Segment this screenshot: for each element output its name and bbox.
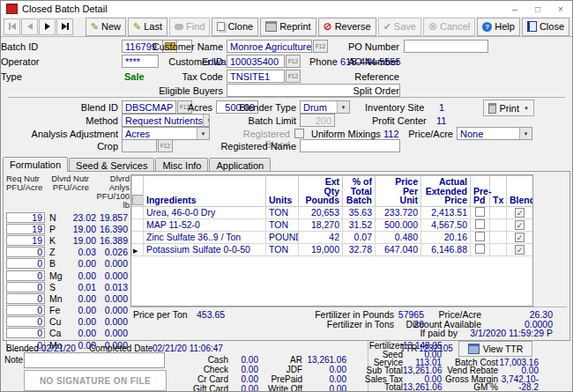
last-button[interactable]: ✎Last <box>128 18 167 36</box>
ingredient-name-cell[interactable]: Urea, 46-0-0 Dry <box>144 206 266 218</box>
qty-column-header[interactable]: ExtQtyPounds <box>299 176 343 207</box>
save-icon: ✔ <box>383 21 391 33</box>
units-cell[interactable]: POUND <box>266 231 299 243</box>
extended-price-cell[interactable]: 2,413.51 <box>421 206 471 218</box>
dlvrd-analysis-value: 16.389 <box>96 235 128 246</box>
reprint-button[interactable]: Reprint <box>260 18 316 36</box>
req-nutrient-field[interactable]: 0 <box>6 247 45 257</box>
nutrient-symbol: Mn <box>45 293 67 304</box>
ingredient-name-cell[interactable]: Zinc Sulfate 36..9 / Ton <box>144 231 266 243</box>
req-nutrient-field[interactable]: 19 <box>6 235 45 246</box>
help-button[interactable]: ?Help <box>477 18 520 36</box>
customer-name-field[interactable]: Monroe Agriculture <box>227 40 312 53</box>
price-column-header[interactable]: PricePerUnit <box>376 176 421 207</box>
prepd-checkbox[interactable] <box>475 207 485 217</box>
dlvrd-nutr-header: Dlvrd Nutr PFU/Acre <box>50 174 89 210</box>
qty-cell[interactable]: 19,000 <box>299 243 343 255</box>
req-nutrient-field[interactable]: 0 <box>6 305 45 315</box>
ingredients-column-header[interactable]: Ingredients <box>144 176 266 207</box>
pct-cell[interactable]: 0.07 <box>343 231 376 243</box>
customer-name-f12-button[interactable]: F12 <box>313 40 328 53</box>
analysis-adjustment-label: Analysis Adjustment <box>1 129 118 139</box>
pct-cell[interactable]: 35.63 <box>343 206 376 218</box>
price-cell[interactable]: 500.000 <box>376 218 421 231</box>
dlvrd-analysis-value: 0.000 <box>96 270 128 281</box>
new-button[interactable]: ✎New <box>86 18 126 36</box>
tx-column-header[interactable]: Tx <box>490 176 507 207</box>
crop-f12-button[interactable]: F12 <box>158 139 173 152</box>
qty-cell[interactable]: 42 <box>299 231 343 243</box>
req-nutrient-field[interactable]: 0 <box>6 282 45 292</box>
nav-next-button[interactable] <box>39 18 56 35</box>
tax-code-field[interactable]: TNSITE1 <box>227 70 285 83</box>
ingredient-name-cell[interactable]: Potassium Sulfate 0-0-50 <box>144 243 266 255</box>
ingredient-row[interactable]: Zinc Sulfate 36..9 / Ton POUND 42 0.07 0… <box>132 231 533 243</box>
pct-cell[interactable]: 31.52 <box>343 218 376 231</box>
help-icon: ? <box>482 22 492 32</box>
signature-box: NO SIGNATURE ON FILE <box>24 370 167 391</box>
pct-cell[interactable]: 32.78 <box>343 243 376 255</box>
minimize-button[interactable]: – <box>503 2 526 17</box>
note-field[interactable] <box>24 352 165 368</box>
tab-formulation[interactable]: Formulation <box>3 157 68 172</box>
pct-column-header[interactable]: % ofTotalBatch <box>343 176 376 207</box>
units-cell[interactable]: TON <box>266 218 299 231</box>
prepd-checkbox[interactable] <box>475 244 485 254</box>
blend-column-header[interactable]: Blend <box>507 176 533 207</box>
req-nutrient-field[interactable]: 0 <box>6 293 45 304</box>
nutrient-rows: 19 N 23.02 19.857 19 P 19.00 16.390 19 K… <box>6 211 130 351</box>
qty-cell[interactable]: 20,653 <box>299 206 343 218</box>
nav-prev-button[interactable] <box>21 18 38 35</box>
nav-last-button[interactable] <box>56 18 73 35</box>
print-button[interactable]: Print▼ <box>483 100 534 116</box>
prepd-checkbox[interactable] <box>475 219 485 229</box>
ingredient-row[interactable]: Urea, 46-0-0 Dry TON 20,653 35.63 233.72… <box>132 206 533 218</box>
qty-cell[interactable]: 18,270 <box>299 218 343 231</box>
maximize-button[interactable]: □ <box>526 2 549 17</box>
nav-first-button[interactable] <box>4 18 20 35</box>
tax-code-f12-button[interactable]: F12 <box>286 70 301 83</box>
method-dropdown[interactable]: Request Nutrients▼ <box>122 114 210 127</box>
prepd-column-header[interactable]: Pre-Pd <box>471 176 490 207</box>
ingredient-name-cell[interactable]: MAP 11-52-0 <box>144 218 266 231</box>
type-label: Type <box>1 71 118 82</box>
req-nutrient-field[interactable]: 0 <box>6 316 45 327</box>
tab-misc-info[interactable]: Misc Info <box>155 158 208 172</box>
units-cell[interactable]: TON <box>266 206 299 218</box>
analysis-adjustment-dropdown[interactable]: Acres▼ <box>122 127 210 140</box>
if-paid-by-value: 3/1/2020 11:59:29 P <box>460 328 553 338</box>
close-button[interactable]: Close <box>522 18 569 36</box>
row-indicator-header[interactable] <box>132 176 144 207</box>
units-column-header[interactable]: Units <box>266 176 299 207</box>
extended-price-cell[interactable]: 4,567.50 <box>421 218 471 231</box>
req-nutrient-field[interactable]: 0 <box>6 270 45 281</box>
extended-price-cell[interactable]: 6,146.88 <box>421 243 471 255</box>
price-cell[interactable]: 0.480 <box>376 231 421 243</box>
tab-seed-services[interactable]: Seed & Services <box>69 158 154 172</box>
registered-name-label: Registered Name <box>220 141 296 152</box>
prepd-checkbox[interactable] <box>475 232 485 241</box>
ingredient-row[interactable]: ▶ Potassium Sulfate 0-0-50 TON 19,000 32… <box>132 243 533 255</box>
req-nutrient-field[interactable]: 0 <box>6 258 45 269</box>
tab-application[interactable]: Application <box>209 158 271 172</box>
po-number-field[interactable] <box>404 40 488 53</box>
nutrient-symbol: Mg <box>45 270 67 281</box>
reverse-button[interactable]: ⊘Reverse <box>318 18 376 36</box>
blender-type-dropdown[interactable]: Drum▼ <box>300 100 350 114</box>
extended-price-cell[interactable]: 20.16 <box>421 231 471 243</box>
req-nutrient-field[interactable]: 19 <box>6 212 45 223</box>
price-cell[interactable]: 647.040 <box>376 243 421 255</box>
clone-button[interactable]: Clone <box>212 18 258 36</box>
extended-price-column-header[interactable]: ActualExtendedPrice <box>421 176 471 207</box>
units-cell[interactable]: TON <box>266 243 299 255</box>
tx-cell <box>490 218 507 231</box>
customer-id-field[interactable]: 100035400 <box>227 55 285 68</box>
price-cell[interactable]: 233.720 <box>376 206 421 218</box>
registered-name-field[interactable] <box>300 139 400 152</box>
req-nutrient-field[interactable]: 0 <box>6 328 45 338</box>
ingredient-row[interactable]: MAP 11-52-0 TON 18,270 31.52 500.000 4,5… <box>132 218 533 231</box>
window-close-button[interactable]: × <box>549 2 572 17</box>
customer-id-f12-button[interactable]: F12 <box>286 55 301 68</box>
price-acre-dropdown[interactable]: None▼ <box>457 127 532 140</box>
req-nutrient-field[interactable]: 19 <box>6 224 45 234</box>
